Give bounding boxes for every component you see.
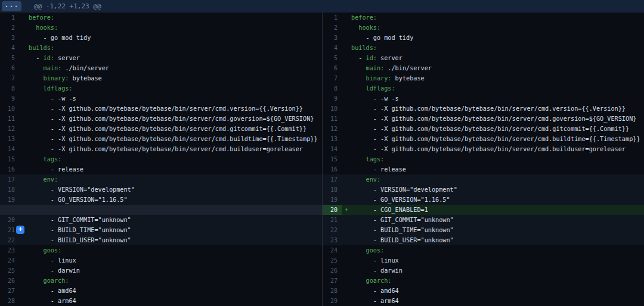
line-number[interactable]: 7 xyxy=(323,73,342,83)
diff-row: 9 - -w -s xyxy=(0,93,322,104)
line-number[interactable]: 3 xyxy=(323,33,342,43)
code-line: - linux xyxy=(351,255,399,266)
line-sign-spacer xyxy=(342,174,351,185)
line-number[interactable]: 23 xyxy=(0,245,19,255)
line-number[interactable]: 4 xyxy=(323,43,342,53)
line-sign-spacer xyxy=(19,205,29,215)
line-number[interactable]: 9 xyxy=(323,93,342,104)
line-number[interactable]: 2 xyxy=(0,23,19,33)
line-number[interactable]: 1 xyxy=(323,13,342,23)
code-line: - GIT_COMMIT="unknown" xyxy=(351,215,454,225)
diff-row: 11 - -X github.com/bytebase/bytebase/bin… xyxy=(0,114,322,124)
line-number[interactable]: 16 xyxy=(0,164,19,174)
diff-row-added: 20+ - CGO_ENABLED=1 xyxy=(323,205,644,215)
diff-row: 1before: xyxy=(0,13,322,23)
line-number[interactable]: 19 xyxy=(323,195,342,205)
line-number[interactable]: 12 xyxy=(323,124,342,134)
code-line: - amd64 xyxy=(29,286,76,296)
line-number[interactable]: 29 xyxy=(323,296,342,306)
diff-row: 28 - arm64 xyxy=(0,296,322,306)
diff-row: 22 - BUILD_TIME="unknown" xyxy=(323,225,644,235)
line-number[interactable]: 23 xyxy=(323,235,342,245)
line-number[interactable]: 6 xyxy=(323,63,342,73)
line-sign-spacer xyxy=(342,225,351,235)
line-number[interactable]: 27 xyxy=(323,276,342,286)
line-sign-spacer xyxy=(19,33,29,43)
diff-row: 6 main: ./bin/server xyxy=(0,63,322,73)
diff-row: 27 goarch: xyxy=(323,276,644,286)
line-number[interactable]: 17 xyxy=(0,174,19,185)
line-number[interactable]: 28 xyxy=(323,286,342,296)
line-number[interactable]: 1 xyxy=(0,13,19,23)
expand-hunk-button[interactable]: ··· xyxy=(2,1,21,11)
line-number[interactable]: 8 xyxy=(323,83,342,93)
code-line: tags: xyxy=(351,154,384,164)
line-number[interactable]: 14 xyxy=(0,144,19,154)
line-sign-spacer xyxy=(342,164,351,174)
line-number[interactable]: 24 xyxy=(323,245,342,255)
line-number[interactable]: 24 xyxy=(0,255,19,266)
line-number[interactable]: 25 xyxy=(0,266,19,276)
code-line: - VERSION="development" xyxy=(29,185,135,195)
line-number[interactable]: 3 xyxy=(0,33,19,43)
line-number[interactable]: 19 xyxy=(0,195,19,205)
line-number[interactable]: 7 xyxy=(0,73,19,83)
code-line: builds: xyxy=(351,43,377,53)
line-number[interactable]: 21 xyxy=(323,215,342,225)
diff-row: 5 - id: server xyxy=(323,53,644,63)
line-number[interactable]: 18 xyxy=(0,185,19,195)
line-number[interactable]: 13 xyxy=(323,134,342,144)
line-number[interactable]: 26 xyxy=(323,266,342,276)
line-number[interactable]: 14 xyxy=(323,144,342,154)
line-number[interactable]: 2 xyxy=(323,23,342,33)
code-line: before: xyxy=(29,13,54,23)
line-number[interactable]: 22 xyxy=(323,225,342,235)
diff-row: 15 tags: xyxy=(323,154,644,164)
line-number[interactable]: 22 xyxy=(0,235,19,245)
line-sign-spacer xyxy=(342,114,351,124)
diff-row: 29 - arm64 xyxy=(323,296,644,306)
line-number[interactable]: 10 xyxy=(323,104,342,114)
code-line: ldflags: xyxy=(351,83,395,93)
diff-pane-old: 1before:2 hooks:3 - go mod tidy4builds:5… xyxy=(0,13,322,306)
line-sign-spacer xyxy=(342,124,351,134)
line-number[interactable]: 25 xyxy=(323,255,342,266)
line-number[interactable]: 16 xyxy=(323,164,342,174)
diff-row: 25 - linux xyxy=(323,255,644,266)
line-number[interactable]: 5 xyxy=(323,53,342,63)
line-number[interactable]: 28 xyxy=(0,296,19,306)
line-number[interactable]: 17 xyxy=(323,174,342,185)
code-line: - BUILD_TIME="unknown" xyxy=(351,225,454,235)
line-sign-spacer xyxy=(342,266,351,276)
code-line: - -X github.com/bytebase/bytebase/bin/se… xyxy=(351,104,626,114)
line-number[interactable]: 20 xyxy=(0,215,19,225)
line-number[interactable]: 18 xyxy=(323,185,342,195)
line-number[interactable]: 8 xyxy=(0,83,19,93)
line-number[interactable]: 10 xyxy=(0,104,19,114)
line-number[interactable]: 26 xyxy=(0,276,19,286)
line-number[interactable]: 11 xyxy=(323,114,342,124)
line-number[interactable] xyxy=(0,205,19,215)
diff-row: 19 - GO_VERSION="1.16.5" xyxy=(323,195,644,205)
line-number[interactable]: 9 xyxy=(0,93,19,104)
code-line: binary: bytebase xyxy=(351,73,425,83)
line-sign-spacer xyxy=(19,154,29,164)
code-line: - arm64 xyxy=(29,296,76,306)
diff-row: 19 - GO_VERSION="1.16.5" xyxy=(0,195,322,205)
add-comment-button[interactable]: + xyxy=(16,226,24,234)
code-line: - go mod tidy xyxy=(29,33,91,43)
line-number[interactable]: 12 xyxy=(0,124,19,134)
line-number[interactable]: 11 xyxy=(0,114,19,124)
line-number[interactable]: 15 xyxy=(323,154,342,164)
line-number[interactable]: 20 xyxy=(323,205,342,215)
diff-row: 22 - BUILD_USER="unknown" xyxy=(0,235,322,245)
code-line: - -X github.com/bytebase/bytebase/bin/se… xyxy=(351,134,640,144)
line-number[interactable]: 13 xyxy=(0,134,19,144)
diff-row: 26 goarch: xyxy=(0,276,322,286)
diff-row: 16 - release xyxy=(0,164,322,174)
line-number[interactable]: 27 xyxy=(0,286,19,296)
line-number[interactable]: 4 xyxy=(0,43,19,53)
line-number[interactable]: 6 xyxy=(0,63,19,73)
line-number[interactable]: 15 xyxy=(0,154,19,164)
line-number[interactable]: 5 xyxy=(0,53,19,63)
